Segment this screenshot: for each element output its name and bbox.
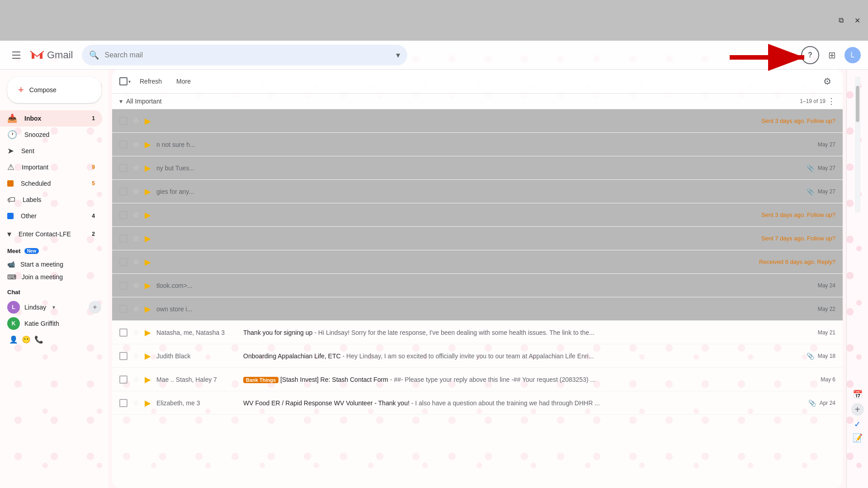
row-checkbox[interactable]: [119, 375, 127, 384]
join-meeting-label: Join a meeting: [22, 273, 63, 281]
start-meeting-item[interactable]: 📹 Start a meeting: [7, 258, 101, 271]
sidebar-item-snoozed[interactable]: 🕐 Snoozed: [0, 127, 102, 143]
gmail-logo[interactable]: Gmail: [29, 47, 73, 63]
row-important-icon: ▶: [145, 281, 151, 291]
email-row[interactable]: ☆ ▶ Sent 3 days ago. Follow up?: [112, 203, 843, 227]
row-star-icon[interactable]: ☆: [133, 328, 139, 337]
chat-item-katie[interactable]: K Katie Griffith: [7, 315, 101, 332]
row-checkbox[interactable]: [119, 211, 127, 219]
email-row[interactable]: ☆ ▶ ny but Tues... 📎 May 27: [112, 156, 843, 180]
row-checkbox[interactable]: [119, 352, 127, 360]
email-panel: ▾ Refresh More ⚙ ▾ All Important 1–19 of…: [112, 70, 843, 488]
sidebar-item-sent[interactable]: ➤ Sent: [0, 143, 102, 159]
search-bar[interactable]: 🔍 ▾: [82, 45, 407, 66]
row-star-icon[interactable]: ☆: [133, 117, 139, 125]
row-checkbox[interactable]: [119, 188, 127, 196]
email-row[interactable]: ☆ ▶ Sent 3 days ago. Follow up?: [112, 109, 843, 133]
row-checkbox[interactable]: [119, 235, 127, 243]
chat-item-lindsay[interactable]: L Lindsay ▾ +: [7, 299, 101, 315]
row-checkbox[interactable]: [119, 305, 127, 313]
row-checkbox[interactable]: [119, 282, 127, 290]
row-star-icon[interactable]: ☆: [133, 140, 139, 149]
email-row[interactable]: ☆ ▶ Received 6 days ago. Reply?: [112, 250, 843, 274]
add-chat-button[interactable]: +: [89, 301, 101, 314]
search-icon: 🔍: [89, 50, 99, 60]
row-checkbox[interactable]: [119, 141, 127, 149]
notes-side-icon[interactable]: 📝: [853, 433, 863, 443]
email-row[interactable]: ☆ ▶ Sent 7 days ago. Follow up?: [112, 227, 843, 250]
email-row[interactable]: ☆ ▶ tlook.com>... May 24: [112, 274, 843, 297]
email-row[interactable]: ☆ ▶ gies for any... 📎 May 27: [112, 180, 843, 203]
row-star-icon[interactable]: ☆: [133, 352, 139, 360]
chat-section: Chat L Lindsay ▾ + K Katie Griffith 👤 😶 …: [0, 289, 108, 344]
search-chevron-icon[interactable]: ▾: [396, 50, 400, 60]
email-row[interactable]: ☆ ▶ Mae .. Stash, Haley 7 Bank Things [S…: [112, 368, 843, 391]
apps-button[interactable]: ⊞: [823, 46, 841, 64]
row-checkbox[interactable]: [119, 117, 127, 125]
add-side-icon[interactable]: +: [851, 403, 864, 416]
row-checkbox[interactable]: [119, 258, 127, 266]
row-checkbox[interactable]: [119, 328, 127, 337]
row-right: May 27: [818, 141, 835, 148]
row-star-icon[interactable]: ☆: [133, 399, 139, 407]
row-right: Sent 3 days ago. Follow up?: [761, 211, 835, 218]
sidebar-item-scheduled[interactable]: Scheduled 5: [0, 175, 102, 192]
row-star-icon[interactable]: ☆: [133, 211, 139, 219]
email-row[interactable]: ☆ ▶ n not sure h... May 27: [112, 133, 843, 156]
select-dropdown-arrow[interactable]: ▾: [128, 79, 131, 84]
account-avatar[interactable]: L: [844, 47, 861, 63]
row-important-icon: ▶: [145, 257, 151, 267]
chat-phone-icon[interactable]: 📞: [34, 335, 43, 344]
row-checkbox[interactable]: [119, 164, 127, 172]
select-all-checkbox-area[interactable]: ▾: [119, 77, 131, 85]
close-button[interactable]: ✕: [851, 14, 863, 27]
important-count: 9: [92, 164, 95, 170]
compose-button[interactable]: + Compose: [7, 77, 101, 103]
row-star-icon[interactable]: ☆: [133, 258, 139, 266]
refresh-button[interactable]: Refresh: [134, 75, 167, 88]
title-bar: ⧉ ✕: [0, 0, 868, 41]
tasks-side-icon[interactable]: ✓: [854, 419, 861, 429]
row-snippet: - Hey Lindsay, I am so excited to offici…: [342, 352, 594, 360]
row-star-icon[interactable]: ☆: [133, 305, 139, 313]
main-layout: + Compose 📥 Inbox 1 🕐 Snoozed ➤ Sent ⚠ I…: [0, 70, 868, 488]
sidebar-item-inbox[interactable]: 📥 Inbox 1: [0, 110, 102, 127]
section-more-button[interactable]: ⋮: [827, 96, 835, 106]
row-star-icon[interactable]: ☆: [133, 234, 139, 243]
sidebar-item-more-labels[interactable]: ▾ Enter Contact-LFE 2: [0, 226, 102, 242]
row-date: Apr 24: [820, 400, 835, 406]
chat-face-icon[interactable]: 😶: [22, 335, 31, 344]
scheduled-label: Scheduled: [21, 180, 85, 187]
restore-button[interactable]: ⧉: [835, 14, 847, 27]
email-row[interactable]: ☆ ▶ Natasha, me, Natasha 3 Thank you for…: [112, 321, 843, 344]
sidebar: + Compose 📥 Inbox 1 🕐 Snoozed ➤ Sent ⚠ I…: [0, 70, 108, 488]
email-row[interactable]: ☆ ▶ Elizabeth, me 3 WV Food ER / Rapid R…: [112, 391, 843, 415]
row-star-icon[interactable]: ☆: [133, 164, 139, 172]
sidebar-item-other[interactable]: Other 4: [0, 208, 102, 224]
more-button[interactable]: More: [171, 75, 196, 88]
row-date: May 22: [818, 306, 835, 312]
row-star-icon[interactable]: ☆: [133, 375, 139, 384]
section-pagination: 1–19 of 19 ⋮: [800, 96, 835, 106]
video-icon: 📹: [7, 261, 15, 268]
email-row[interactable]: ☆ ▶ own store i... May 22: [112, 297, 843, 321]
attachment-icon: 📎: [807, 352, 814, 360]
hamburger-menu-button[interactable]: [7, 46, 25, 64]
row-star-icon[interactable]: ☆: [133, 281, 139, 290]
search-input[interactable]: [104, 51, 391, 59]
collapse-button[interactable]: ▾: [119, 98, 123, 105]
row-content: Bank Things [Stash Invest] Re: Stash Con…: [243, 376, 815, 383]
settings-button[interactable]: ⚙: [819, 73, 835, 89]
row-checkbox[interactable]: [119, 399, 127, 407]
svg-rect-0: [29, 47, 45, 63]
sidebar-item-important[interactable]: ⚠ Important 9: [0, 159, 102, 175]
snoozed-icon: 🕐: [7, 130, 17, 140]
email-row[interactable]: ☆ ▶ Judith Black Onboarding Appalachian …: [112, 344, 843, 368]
sidebar-item-labels[interactable]: 🏷 Labels: [0, 192, 102, 208]
row-important-icon: ▶: [145, 328, 151, 338]
join-meeting-item[interactable]: ⌨ Join a meeting: [7, 271, 101, 283]
select-all-checkbox[interactable]: [119, 77, 127, 85]
calendar-side-icon[interactable]: 📅: [853, 389, 863, 399]
row-star-icon[interactable]: ☆: [133, 187, 139, 196]
chat-person-icon[interactable]: 👤: [9, 335, 18, 344]
